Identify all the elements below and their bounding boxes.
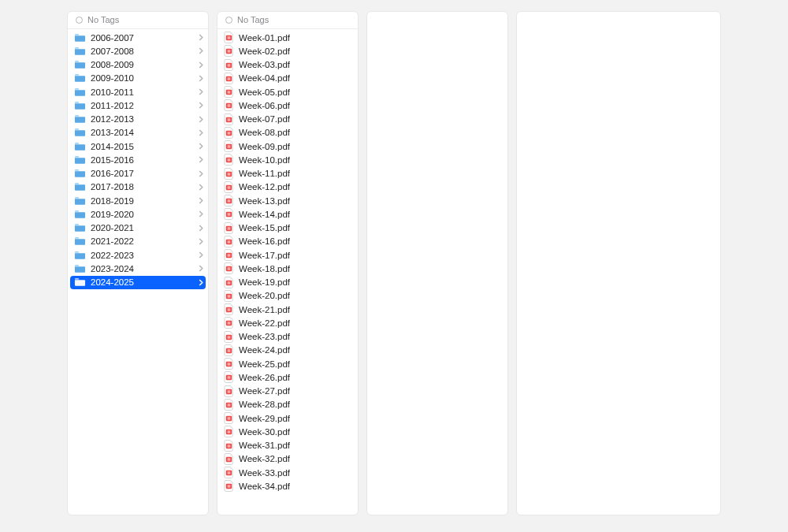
file-row[interactable]: Week-17.pdf <box>217 248 358 262</box>
svg-rect-75 <box>226 375 232 381</box>
file-row[interactable]: Week-29.pdf <box>217 411 358 425</box>
folder-list[interactable]: 2006-20072007-20082008-20092009-20102010… <box>68 29 208 515</box>
file-row[interactable]: Week-31.pdf <box>217 439 358 452</box>
file-row[interactable]: Week-14.pdf <box>217 207 358 221</box>
file-label: Week-21.pdf <box>239 305 353 314</box>
file-label: Week-02.pdf <box>239 47 353 56</box>
svg-rect-59 <box>228 296 231 297</box>
svg-rect-27 <box>226 158 232 163</box>
file-row[interactable]: Week-28.pdf <box>217 398 358 411</box>
file-row[interactable]: Week-25.pdf <box>217 357 358 370</box>
svg-rect-55 <box>228 281 231 282</box>
svg-rect-78 <box>226 389 232 394</box>
column-header-label: No Tags <box>237 15 269 24</box>
file-row[interactable]: Week-19.pdf <box>217 276 358 289</box>
file-row[interactable]: Week-18.pdf <box>217 262 358 275</box>
folder-row[interactable]: 2019-2020 <box>68 207 208 221</box>
file-row[interactable]: Week-32.pdf <box>217 452 358 466</box>
pdf-icon <box>224 331 234 343</box>
file-row[interactable]: Week-24.pdf <box>217 344 358 357</box>
folder-row[interactable]: 2010-2011 <box>68 85 208 99</box>
svg-rect-94 <box>228 458 231 459</box>
svg-rect-32 <box>228 174 231 175</box>
file-row[interactable]: Week-09.pdf <box>217 140 358 153</box>
svg-rect-96 <box>226 471 232 476</box>
file-row[interactable]: Week-26.pdf <box>217 370 358 384</box>
file-row[interactable]: Week-20.pdf <box>217 289 358 303</box>
folder-icon <box>74 182 86 192</box>
folder-row[interactable]: 2011-2012 <box>68 99 208 112</box>
column-header-tags[interactable]: No Tags <box>217 12 358 29</box>
folder-row[interactable]: 2016-2017 <box>68 167 208 180</box>
file-row[interactable]: Week-13.pdf <box>217 194 358 207</box>
folder-row[interactable]: 2015-2016 <box>68 153 208 166</box>
svg-rect-97 <box>228 472 231 473</box>
pdf-icon <box>224 59 234 71</box>
folder-row[interactable]: 2014-2015 <box>68 140 208 153</box>
folder-row[interactable]: 2009-2010 <box>68 72 208 85</box>
pdf-icon <box>224 344 234 356</box>
folder-label: 2019-2020 <box>91 210 199 219</box>
pdf-icon <box>224 426 234 437</box>
file-row[interactable]: Week-10.pdf <box>217 153 358 166</box>
folder-row[interactable]: 2020-2021 <box>68 221 208 235</box>
file-row[interactable]: Week-21.pdf <box>217 303 358 316</box>
svg-rect-60 <box>226 307 232 313</box>
folder-row[interactable]: 2007-2008 <box>68 44 208 58</box>
folder-row[interactable]: 2022-2023 <box>68 248 208 262</box>
folder-label: 2024-2025 <box>91 277 199 287</box>
file-row[interactable]: Week-23.pdf <box>217 330 358 344</box>
pdf-icon <box>224 440 234 452</box>
folder-row[interactable]: 2021-2022 <box>68 235 208 248</box>
file-label: Week-22.pdf <box>239 318 353 328</box>
pdf-icon <box>224 168 234 180</box>
svg-rect-70 <box>228 349 231 350</box>
folder-row[interactable]: 2008-2009 <box>68 58 208 72</box>
file-row[interactable]: Week-27.pdf <box>217 385 358 398</box>
chevron-right-icon <box>199 34 203 41</box>
file-row[interactable]: Week-05.pdf <box>217 85 358 99</box>
file-row[interactable]: Week-01.pdf <box>217 31 358 44</box>
finder-column-1: No Tags 2006-20072007-20082008-20092009-… <box>67 11 209 515</box>
empty-list[interactable] <box>367 12 507 515</box>
finder-column-3 <box>366 11 508 515</box>
folder-row[interactable]: 2023-2024 <box>68 262 208 275</box>
file-row[interactable]: Week-16.pdf <box>217 235 358 248</box>
file-row[interactable]: Week-30.pdf <box>217 425 358 438</box>
file-row[interactable]: Week-08.pdf <box>217 126 358 140</box>
pdf-icon <box>224 453 234 465</box>
svg-rect-83 <box>228 405 231 406</box>
file-row[interactable]: Week-06.pdf <box>217 99 358 112</box>
folder-label: 2008-2009 <box>91 60 199 69</box>
file-label: Week-15.pdf <box>239 223 353 233</box>
svg-rect-19 <box>228 118 231 119</box>
file-row[interactable]: Week-34.pdf <box>217 479 358 493</box>
file-label: Week-33.pdf <box>239 468 353 478</box>
file-row[interactable]: Week-03.pdf <box>217 58 358 72</box>
svg-rect-38 <box>228 202 231 203</box>
file-row[interactable]: Week-02.pdf <box>217 44 358 58</box>
file-row[interactable]: Week-07.pdf <box>217 113 358 126</box>
file-list[interactable]: Week-01.pdfWeek-02.pdfWeek-03.pdfWeek-04… <box>217 29 358 515</box>
file-label: Week-18.pdf <box>239 264 353 273</box>
file-row[interactable]: Week-04.pdf <box>217 72 358 85</box>
chevron-right-icon <box>199 170 203 177</box>
folder-row[interactable]: 2024-2025 <box>70 276 206 289</box>
folder-icon <box>74 251 86 260</box>
svg-rect-23 <box>228 133 231 134</box>
folder-row[interactable]: 2006-2007 <box>68 31 208 44</box>
folder-label: 2009-2010 <box>91 73 199 83</box>
file-row[interactable]: Week-11.pdf <box>217 167 358 180</box>
folder-row[interactable]: 2013-2014 <box>68 126 208 140</box>
file-row[interactable]: Week-33.pdf <box>217 466 358 479</box>
svg-rect-33 <box>226 185 232 191</box>
folder-row[interactable]: 2018-2019 <box>68 194 208 207</box>
file-row[interactable]: Week-12.pdf <box>217 180 358 194</box>
folder-row[interactable]: 2017-2018 <box>68 180 208 194</box>
column-header-tags[interactable]: No Tags <box>68 12 208 29</box>
folder-icon <box>74 33 86 43</box>
pdf-icon <box>224 303 234 315</box>
file-row[interactable]: Week-22.pdf <box>217 316 358 329</box>
file-row[interactable]: Week-15.pdf <box>217 221 358 235</box>
folder-row[interactable]: 2012-2013 <box>68 113 208 126</box>
